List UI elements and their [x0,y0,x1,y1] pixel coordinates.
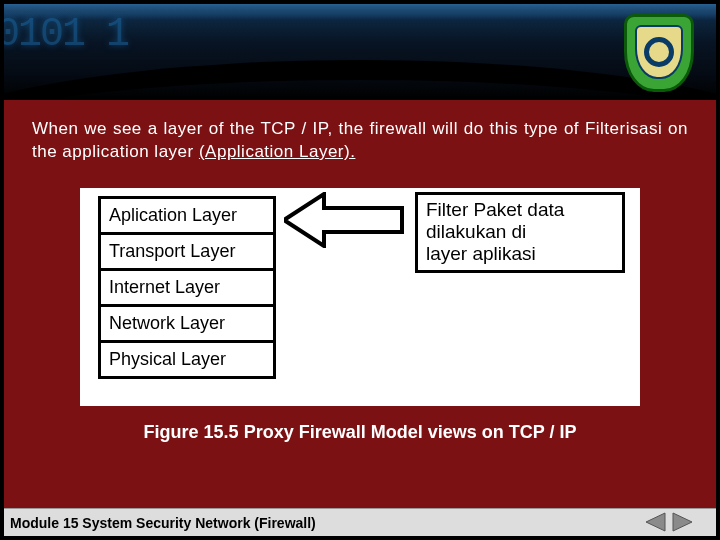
svg-marker-1 [646,513,665,531]
nav-arrows [642,510,696,534]
arrow-left-icon [284,192,404,248]
triangle-right-icon [671,511,695,533]
footer-bar: Module 15 System Security Network (Firew… [4,508,716,536]
layer-transport: Transport Layer [98,232,276,268]
header-band: 0101 1 [4,4,716,100]
filter-line-2: dilakukan di [426,221,614,243]
layer-stack: Aplication Layer Transport Layer Interne… [98,196,276,379]
header-digits: 0101 1 [4,12,128,57]
svg-marker-0 [284,194,402,246]
filter-description-box: Filter Paket data dilakukan di layer apl… [415,192,625,274]
next-slide-button[interactable] [670,510,696,534]
layer-internet: Internet Layer [98,268,276,304]
intro-text: When we see a layer of the TCP / IP, the… [32,118,688,164]
slide-container: 0101 1 When we see a layer of the TCP / … [4,4,716,536]
shield-logo-icon [624,14,694,92]
footer-module-text: Module 15 System Security Network (Firew… [10,515,316,531]
layer-application: Aplication Layer [98,196,276,232]
figure-caption: Figure 15.5 Proxy Firewall Model views o… [32,422,688,443]
diagram: Aplication Layer Transport Layer Interne… [80,188,640,406]
intro-underlined: (Application Layer). [199,142,355,161]
prev-slide-button[interactable] [642,510,668,534]
intro-prefix: When we see a layer of the TCP / IP, the… [32,119,688,161]
filter-line-1: Filter Paket data [426,199,614,221]
triangle-left-icon [643,511,667,533]
slide-body: When we see a layer of the TCP / IP, the… [4,100,716,508]
layer-physical: Physical Layer [98,340,276,379]
band-arc [4,60,716,100]
filter-line-3: layer aplikasi [426,243,614,265]
layer-network: Network Layer [98,304,276,340]
svg-marker-2 [673,513,692,531]
